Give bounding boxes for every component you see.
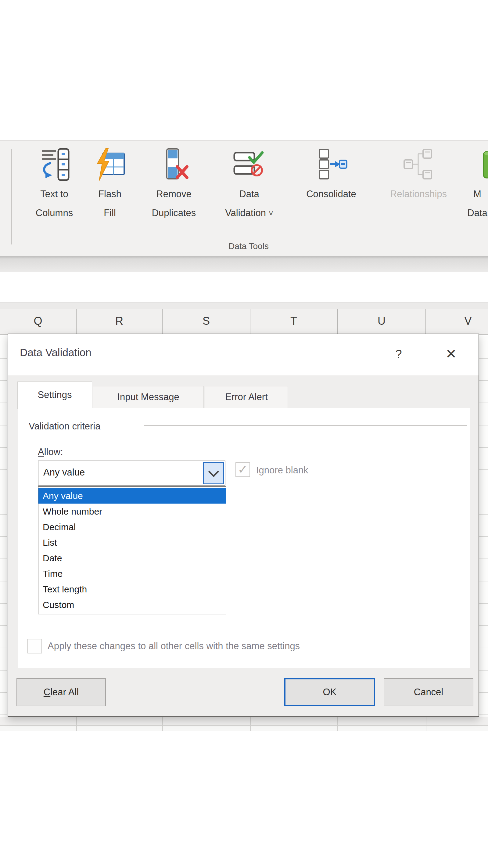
option-whole-number[interactable]: Whole number (38, 504, 226, 519)
clear-all-button[interactable]: Clear All (17, 678, 106, 706)
column-header-s[interactable]: S (163, 309, 251, 334)
remove-duplicates-label-line1: Remove (140, 185, 207, 204)
help-button[interactable]: ? (388, 345, 409, 364)
relationships-icon (382, 147, 455, 185)
consolidate-label: Consolidate (295, 185, 368, 204)
option-decimal[interactable]: Decimal (38, 519, 226, 535)
remove-duplicates-button[interactable]: Remove Duplicates (140, 147, 207, 222)
excel-screenshot: Text to Columns Flash Fill (0, 0, 488, 868)
column-header-u[interactable]: U (338, 309, 426, 334)
chevron-down-icon (208, 466, 219, 477)
ribbon-bottom-edge (0, 256, 488, 272)
allow-combobox[interactable]: Any value (38, 461, 225, 486)
column-header-t[interactable]: T (251, 309, 338, 334)
ribbon-group-separator (11, 149, 12, 245)
data-validation-dialog: Data Validation ? ✕ Settings Input Messa… (8, 334, 479, 717)
allow-label: Allow: (38, 446, 63, 458)
option-time[interactable]: Time (38, 566, 226, 581)
allow-combobox-value: Any value (43, 461, 85, 484)
manage-data-model-label-line1: M (450, 185, 488, 204)
cancel-button[interactable]: Cancel (384, 678, 474, 706)
dialog-title: Data Validation (20, 346, 92, 359)
option-custom[interactable]: Custom (38, 597, 226, 613)
consolidate-icon (295, 147, 368, 185)
dropdown-chevron-icon: ˅ (269, 209, 273, 218)
allow-dropdown-button[interactable] (203, 462, 224, 484)
text-to-columns-label-line1: Text to (25, 185, 83, 204)
check-icon: ✓ (237, 463, 248, 476)
tab-error-alert[interactable]: Error Alert (205, 386, 288, 409)
relationships-label: Relationships (382, 185, 455, 204)
column-header-q[interactable]: Q (0, 309, 76, 334)
groupbox-line (144, 425, 467, 426)
flash-fill-label-line2: Fill (83, 204, 137, 222)
manage-data-model-icon (450, 147, 488, 185)
manage-data-model-button[interactable]: M Data (450, 147, 488, 222)
tab-settings[interactable]: Settings (18, 381, 92, 409)
ok-button[interactable]: OK (284, 678, 375, 706)
flash-fill-label-line1: Flash (83, 185, 137, 204)
manage-data-model-label-line2: Data (450, 204, 488, 222)
allow-dropdown-list[interactable]: Any value Whole number Decimal List Date… (38, 486, 226, 614)
option-text-length[interactable]: Text length (38, 581, 226, 597)
data-validation-icon (219, 147, 280, 185)
flash-fill-icon (83, 147, 137, 185)
close-button[interactable]: ✕ (441, 345, 462, 364)
validation-criteria-label: Validation criteria (29, 421, 100, 432)
data-validation-label-line2: Validation ˅ (219, 204, 280, 223)
data-validation-label-line1: Data (219, 185, 280, 204)
tab-input-message[interactable]: Input Message (93, 386, 204, 409)
option-date[interactable]: Date (38, 550, 226, 566)
relationships-button: Relationships (382, 147, 455, 204)
settings-tab-page: Validation criteria Allow: Any value ✓ I… (18, 408, 470, 668)
flash-fill-button[interactable]: Flash Fill (83, 147, 137, 222)
column-header-v[interactable]: V (426, 309, 488, 334)
column-header-row: Q R S T U V (0, 309, 488, 335)
column-header-r[interactable]: R (76, 309, 163, 334)
formula-bar-band (0, 272, 488, 303)
ignore-blank-checkbox: ✓ (235, 462, 250, 477)
remove-duplicates-label-line2: Duplicates (140, 204, 207, 222)
ribbon-group-label: Data Tools (218, 241, 279, 251)
toolbar-band (0, 302, 488, 309)
text-to-columns-icon (25, 147, 83, 185)
data-validation-button[interactable]: Data Validation ˅ (219, 147, 280, 223)
ribbon-data-tools-group: Text to Columns Flash Fill (0, 141, 488, 257)
dialog-titlebar[interactable]: Data Validation ? ✕ (8, 334, 479, 375)
text-to-columns-button[interactable]: Text to Columns (25, 147, 83, 222)
ignore-blank-label: Ignore blank (256, 465, 308, 476)
option-list[interactable]: List (38, 535, 226, 550)
consolidate-button[interactable]: Consolidate (295, 147, 368, 204)
remove-duplicates-icon (140, 147, 207, 185)
option-any-value[interactable]: Any value (38, 488, 226, 504)
grid-right-sliver (479, 336, 488, 717)
apply-changes-label: Apply these changes to all other cells w… (47, 641, 300, 652)
grid-left-sliver (0, 336, 7, 717)
grid-rows-below-dialog (0, 717, 488, 732)
apply-changes-checkbox (28, 639, 42, 653)
text-to-columns-label-line2: Columns (25, 204, 83, 222)
